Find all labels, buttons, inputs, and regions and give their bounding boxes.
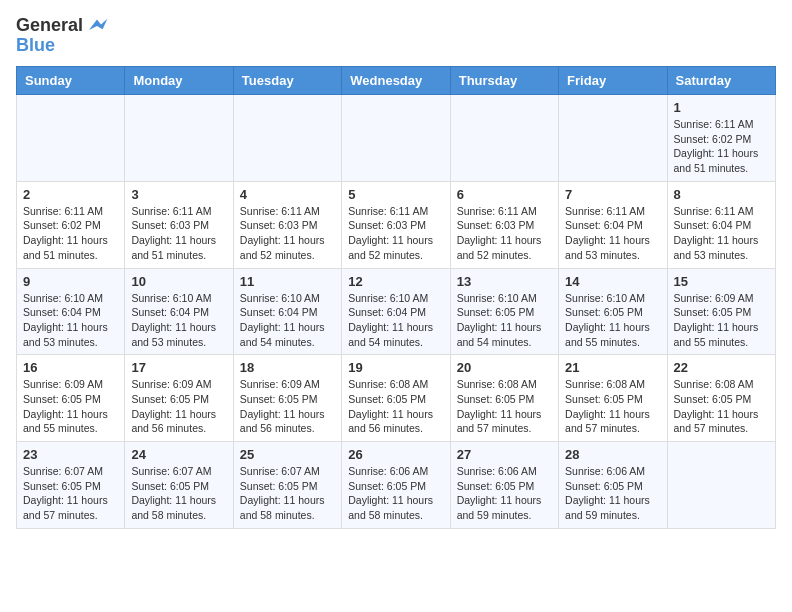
day-info: Sunrise: 6:11 AM Sunset: 6:03 PM Dayligh… [240,204,335,263]
calendar-cell: 19Sunrise: 6:08 AM Sunset: 6:05 PM Dayli… [342,355,450,442]
day-number: 21 [565,360,660,375]
day-number: 25 [240,447,335,462]
calendar-cell: 28Sunrise: 6:06 AM Sunset: 6:05 PM Dayli… [559,442,667,529]
day-info: Sunrise: 6:08 AM Sunset: 6:05 PM Dayligh… [457,377,552,436]
day-info: Sunrise: 6:07 AM Sunset: 6:05 PM Dayligh… [131,464,226,523]
logo: General Blue [16,16,109,56]
day-info: Sunrise: 6:09 AM Sunset: 6:05 PM Dayligh… [131,377,226,436]
day-info: Sunrise: 6:11 AM Sunset: 6:03 PM Dayligh… [131,204,226,263]
day-info: Sunrise: 6:09 AM Sunset: 6:05 PM Dayligh… [240,377,335,436]
day-number: 22 [674,360,769,375]
calendar-cell: 9Sunrise: 6:10 AM Sunset: 6:04 PM Daylig… [17,268,125,355]
calendar-cell: 10Sunrise: 6:10 AM Sunset: 6:04 PM Dayli… [125,268,233,355]
logo-bird-icon [85,16,109,36]
day-info: Sunrise: 6:09 AM Sunset: 6:05 PM Dayligh… [23,377,118,436]
day-info: Sunrise: 6:08 AM Sunset: 6:05 PM Dayligh… [565,377,660,436]
day-info: Sunrise: 6:06 AM Sunset: 6:05 PM Dayligh… [348,464,443,523]
day-info: Sunrise: 6:11 AM Sunset: 6:02 PM Dayligh… [674,117,769,176]
day-number: 24 [131,447,226,462]
calendar-cell: 12Sunrise: 6:10 AM Sunset: 6:04 PM Dayli… [342,268,450,355]
calendar-cell [342,95,450,182]
day-number: 10 [131,274,226,289]
calendar-body: 1Sunrise: 6:11 AM Sunset: 6:02 PM Daylig… [17,95,776,529]
header-cell-tuesday: Tuesday [233,67,341,95]
header-cell-wednesday: Wednesday [342,67,450,95]
calendar-cell: 24Sunrise: 6:07 AM Sunset: 6:05 PM Dayli… [125,442,233,529]
calendar-cell: 17Sunrise: 6:09 AM Sunset: 6:05 PM Dayli… [125,355,233,442]
header-cell-thursday: Thursday [450,67,558,95]
calendar-cell: 6Sunrise: 6:11 AM Sunset: 6:03 PM Daylig… [450,181,558,268]
day-number: 1 [674,100,769,115]
day-number: 5 [348,187,443,202]
day-number: 8 [674,187,769,202]
calendar-cell: 23Sunrise: 6:07 AM Sunset: 6:05 PM Dayli… [17,442,125,529]
header-cell-monday: Monday [125,67,233,95]
day-number: 16 [23,360,118,375]
day-number: 18 [240,360,335,375]
day-number: 11 [240,274,335,289]
day-info: Sunrise: 6:06 AM Sunset: 6:05 PM Dayligh… [457,464,552,523]
header-cell-friday: Friday [559,67,667,95]
day-info: Sunrise: 6:11 AM Sunset: 6:03 PM Dayligh… [348,204,443,263]
day-info: Sunrise: 6:10 AM Sunset: 6:04 PM Dayligh… [240,291,335,350]
calendar-cell: 16Sunrise: 6:09 AM Sunset: 6:05 PM Dayli… [17,355,125,442]
calendar-cell: 3Sunrise: 6:11 AM Sunset: 6:03 PM Daylig… [125,181,233,268]
day-info: Sunrise: 6:07 AM Sunset: 6:05 PM Dayligh… [240,464,335,523]
day-number: 7 [565,187,660,202]
logo-line2: Blue [16,36,109,56]
day-number: 20 [457,360,552,375]
calendar-cell: 5Sunrise: 6:11 AM Sunset: 6:03 PM Daylig… [342,181,450,268]
calendar-cell: 26Sunrise: 6:06 AM Sunset: 6:05 PM Dayli… [342,442,450,529]
day-number: 13 [457,274,552,289]
calendar-cell: 4Sunrise: 6:11 AM Sunset: 6:03 PM Daylig… [233,181,341,268]
calendar-cell: 7Sunrise: 6:11 AM Sunset: 6:04 PM Daylig… [559,181,667,268]
day-number: 9 [23,274,118,289]
day-info: Sunrise: 6:07 AM Sunset: 6:05 PM Dayligh… [23,464,118,523]
day-number: 14 [565,274,660,289]
day-info: Sunrise: 6:11 AM Sunset: 6:03 PM Dayligh… [457,204,552,263]
calendar-cell: 20Sunrise: 6:08 AM Sunset: 6:05 PM Dayli… [450,355,558,442]
calendar-cell: 8Sunrise: 6:11 AM Sunset: 6:04 PM Daylig… [667,181,775,268]
header-row: SundayMondayTuesdayWednesdayThursdayFrid… [17,67,776,95]
calendar-cell [233,95,341,182]
calendar-week-3: 9Sunrise: 6:10 AM Sunset: 6:04 PM Daylig… [17,268,776,355]
calendar-cell: 21Sunrise: 6:08 AM Sunset: 6:05 PM Dayli… [559,355,667,442]
day-info: Sunrise: 6:08 AM Sunset: 6:05 PM Dayligh… [348,377,443,436]
day-number: 19 [348,360,443,375]
day-info: Sunrise: 6:08 AM Sunset: 6:05 PM Dayligh… [674,377,769,436]
calendar-cell [667,442,775,529]
day-info: Sunrise: 6:10 AM Sunset: 6:05 PM Dayligh… [457,291,552,350]
logo-line1: General [16,16,109,36]
day-info: Sunrise: 6:11 AM Sunset: 6:04 PM Dayligh… [674,204,769,263]
calendar-cell [450,95,558,182]
calendar-cell: 22Sunrise: 6:08 AM Sunset: 6:05 PM Dayli… [667,355,775,442]
calendar-cell [125,95,233,182]
day-info: Sunrise: 6:10 AM Sunset: 6:04 PM Dayligh… [348,291,443,350]
day-number: 23 [23,447,118,462]
calendar-header: SundayMondayTuesdayWednesdayThursdayFrid… [17,67,776,95]
day-number: 27 [457,447,552,462]
calendar-cell: 13Sunrise: 6:10 AM Sunset: 6:05 PM Dayli… [450,268,558,355]
day-number: 15 [674,274,769,289]
day-info: Sunrise: 6:10 AM Sunset: 6:04 PM Dayligh… [23,291,118,350]
calendar-cell: 1Sunrise: 6:11 AM Sunset: 6:02 PM Daylig… [667,95,775,182]
day-info: Sunrise: 6:10 AM Sunset: 6:04 PM Dayligh… [131,291,226,350]
day-info: Sunrise: 6:10 AM Sunset: 6:05 PM Dayligh… [565,291,660,350]
calendar-cell: 18Sunrise: 6:09 AM Sunset: 6:05 PM Dayli… [233,355,341,442]
calendar-cell: 2Sunrise: 6:11 AM Sunset: 6:02 PM Daylig… [17,181,125,268]
day-number: 3 [131,187,226,202]
calendar-week-5: 23Sunrise: 6:07 AM Sunset: 6:05 PM Dayli… [17,442,776,529]
calendar-week-1: 1Sunrise: 6:11 AM Sunset: 6:02 PM Daylig… [17,95,776,182]
day-number: 26 [348,447,443,462]
calendar-cell: 14Sunrise: 6:10 AM Sunset: 6:05 PM Dayli… [559,268,667,355]
page-header: General Blue [16,16,776,56]
day-number: 12 [348,274,443,289]
day-number: 17 [131,360,226,375]
calendar-week-4: 16Sunrise: 6:09 AM Sunset: 6:05 PM Dayli… [17,355,776,442]
header-cell-sunday: Sunday [17,67,125,95]
day-number: 2 [23,187,118,202]
day-info: Sunrise: 6:11 AM Sunset: 6:02 PM Dayligh… [23,204,118,263]
calendar-week-2: 2Sunrise: 6:11 AM Sunset: 6:02 PM Daylig… [17,181,776,268]
calendar-table: SundayMondayTuesdayWednesdayThursdayFrid… [16,66,776,529]
day-number: 28 [565,447,660,462]
